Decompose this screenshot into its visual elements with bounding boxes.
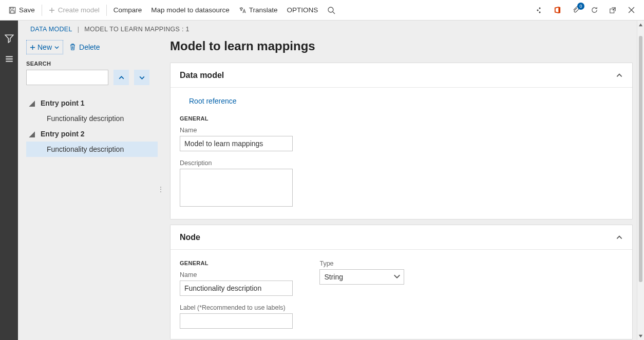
tree-label: Entry point 2 xyxy=(41,130,85,138)
new-label: New xyxy=(37,43,52,51)
name-field-label: Name xyxy=(180,127,623,134)
save-icon xyxy=(9,7,16,14)
filter-button[interactable] xyxy=(5,34,14,43)
name-input[interactable] xyxy=(180,136,293,151)
create-model-button: Create model xyxy=(44,1,104,20)
create-model-label: Create model xyxy=(58,6,100,14)
map-model-label: Map model to datasource xyxy=(151,6,229,14)
translate-label: Translate xyxy=(249,6,278,14)
refresh-icon xyxy=(591,6,598,14)
linked-icon-button[interactable] xyxy=(533,5,544,16)
popout-icon xyxy=(609,7,616,14)
scroll-thumb[interactable] xyxy=(639,36,642,282)
search-next-button[interactable] xyxy=(134,70,149,85)
general-section-label: GENERAL xyxy=(180,260,293,266)
search-input[interactable] xyxy=(26,70,108,85)
list-icon xyxy=(5,54,14,64)
plus-icon xyxy=(30,45,35,50)
node-type-field-label: Type xyxy=(319,260,404,267)
tree-node-functionality-2[interactable]: Functionality description xyxy=(26,142,158,157)
breadcrumb: DATA MODEL | MODEL TO LEARN MAPPINGS : 1 xyxy=(18,21,644,38)
chevron-up-icon xyxy=(616,234,623,241)
new-button[interactable]: New xyxy=(26,40,63,54)
save-label: Save xyxy=(19,6,35,14)
toolbar-search-button[interactable] xyxy=(323,1,340,20)
toolbar-divider xyxy=(106,5,107,16)
popout-button[interactable] xyxy=(607,5,618,16)
app-toolbar: Save Create model Compare Map model to d… xyxy=(0,0,644,21)
root-reference-link[interactable]: Root reference xyxy=(189,97,237,105)
chevron-down-icon xyxy=(54,45,60,50)
translate-button[interactable]: Translate xyxy=(234,1,282,20)
tree: ◢ Entry point 1 Functionality descriptio… xyxy=(26,95,158,157)
tree-label: Functionality description xyxy=(47,114,124,123)
chevron-down-icon xyxy=(139,74,145,81)
node-name-field-label: Name xyxy=(180,271,293,278)
svg-rect-1 xyxy=(11,7,13,9)
compare-label: Compare xyxy=(113,6,142,14)
translate-icon xyxy=(239,7,246,14)
window-controls: 0 xyxy=(533,5,640,16)
vertical-scrollbar[interactable] xyxy=(637,21,644,340)
node-label-field-label: Label (*Recommended to use labels) xyxy=(180,304,293,311)
chevron-up-icon xyxy=(118,74,125,81)
tree-node-entry-point-2[interactable]: ◢ Entry point 2 xyxy=(26,126,158,142)
panel-header-node[interactable]: Node xyxy=(171,225,632,250)
refresh-button[interactable] xyxy=(589,5,600,16)
scroll-up-arrow[interactable] xyxy=(637,21,644,29)
description-input[interactable] xyxy=(180,169,293,207)
tree-label: Functionality description xyxy=(47,145,124,153)
svg-point-3 xyxy=(328,7,333,12)
breadcrumb-current: MODEL TO LEARN MAPPINGS : 1 xyxy=(84,26,189,33)
search-prev-button[interactable] xyxy=(113,70,129,85)
attachments-button[interactable]: 0 xyxy=(570,5,581,16)
scroll-down-arrow[interactable] xyxy=(637,332,644,340)
tree-node-functionality-1[interactable]: Functionality description xyxy=(26,111,158,126)
page-title: Model to learn mappings xyxy=(170,39,633,53)
node-label-input[interactable] xyxy=(180,313,293,329)
node-type-select[interactable] xyxy=(319,269,404,285)
search-icon xyxy=(327,6,335,14)
options-button[interactable]: OPTIONS xyxy=(282,1,323,20)
breadcrumb-sep: | xyxy=(78,26,80,33)
description-field-label: Description xyxy=(180,159,623,167)
panel-data-model: Data model Root reference GENERAL Name D… xyxy=(170,63,633,219)
detail-pane: Model to learn mappings Data model Root … xyxy=(163,38,635,340)
chevron-up-icon xyxy=(616,72,623,79)
attachments-badge: 0 xyxy=(577,3,584,10)
plus-icon xyxy=(49,7,55,13)
link-icon xyxy=(535,7,542,14)
panel-header-data-model[interactable]: Data model xyxy=(171,63,632,88)
delete-button[interactable]: Delete xyxy=(69,43,100,51)
tree-node-entry-point-1[interactable]: ◢ Entry point 1 xyxy=(26,95,158,111)
close-icon xyxy=(628,7,635,13)
panel-node: Node GENERAL Name Label (*Recommended to… xyxy=(170,225,633,339)
delete-label: Delete xyxy=(79,43,100,51)
splitter-handle[interactable]: ⋮ xyxy=(158,38,163,340)
tree-collapse-icon[interactable]: ◢ xyxy=(28,130,35,138)
office-icon xyxy=(554,6,561,14)
save-button[interactable]: Save xyxy=(4,1,40,20)
search-section-label: SEARCH xyxy=(26,61,158,67)
tree-label: Entry point 1 xyxy=(41,99,85,107)
trash-icon xyxy=(69,44,76,51)
node-name-input[interactable] xyxy=(180,281,293,296)
breadcrumb-link[interactable]: DATA MODEL xyxy=(30,26,72,33)
general-section-label: GENERAL xyxy=(180,115,623,122)
panel-title: Node xyxy=(180,233,200,242)
toolbar-divider xyxy=(42,5,42,16)
office-icon-button[interactable] xyxy=(552,5,563,16)
close-button[interactable] xyxy=(626,5,637,16)
list-button[interactable] xyxy=(5,54,14,64)
left-rail xyxy=(0,21,18,340)
svg-rect-2 xyxy=(11,10,14,13)
options-label: OPTIONS xyxy=(287,6,318,14)
tree-collapse-icon[interactable]: ◢ xyxy=(28,99,35,107)
map-model-button[interactable]: Map model to datasource xyxy=(146,1,234,20)
filter-icon xyxy=(5,34,14,43)
compare-button[interactable]: Compare xyxy=(109,1,147,20)
panel-title: Data model xyxy=(180,71,224,80)
left-pane: New Delete SEARCH xyxy=(18,38,158,340)
